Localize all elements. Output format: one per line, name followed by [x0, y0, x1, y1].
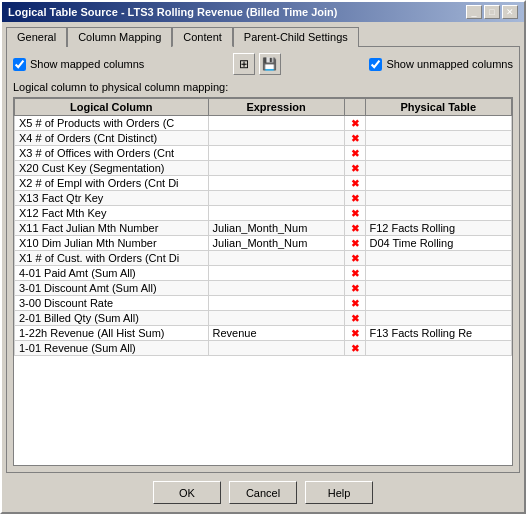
- cell-logical: X20 Cust Key (Segmentation): [15, 161, 209, 176]
- cell-delete[interactable]: ✖: [344, 176, 365, 191]
- cell-delete[interactable]: ✖: [344, 311, 365, 326]
- delete-icon[interactable]: ✖: [351, 118, 359, 129]
- cell-delete[interactable]: ✖: [344, 131, 365, 146]
- tab-parent-child[interactable]: Parent-Child Settings: [233, 27, 359, 47]
- icons-row: ⊞ 💾: [233, 53, 281, 75]
- cell-delete[interactable]: ✖: [344, 146, 365, 161]
- col-header-expression: Expression: [208, 99, 344, 116]
- cancel-button[interactable]: Cancel: [229, 481, 297, 504]
- cell-logical: X4 # of Orders (Cnt Distinct): [15, 131, 209, 146]
- tab-general[interactable]: General: [6, 27, 67, 47]
- delete-icon[interactable]: ✖: [351, 343, 359, 354]
- table-row[interactable]: X11 Fact Julian Mth NumberJulian_Month_N…: [15, 221, 512, 236]
- show-unmapped-label[interactable]: Show unmapped columns: [369, 58, 513, 71]
- show-mapped-checkbox[interactable]: [13, 58, 26, 71]
- table-row[interactable]: 2-01 Billed Qty (Sum All)✖: [15, 311, 512, 326]
- delete-icon[interactable]: ✖: [351, 328, 359, 339]
- delete-icon[interactable]: ✖: [351, 208, 359, 219]
- delete-icon[interactable]: ✖: [351, 283, 359, 294]
- cell-expression: [208, 191, 344, 206]
- show-mapped-label[interactable]: Show mapped columns: [13, 58, 144, 71]
- help-button[interactable]: Help: [305, 481, 373, 504]
- table-row[interactable]: 1-01 Revenue (Sum All)✖: [15, 341, 512, 356]
- table-row[interactable]: X13 Fact Qtr Key✖: [15, 191, 512, 206]
- maximize-button[interactable]: □: [484, 5, 500, 19]
- ok-button[interactable]: OK: [153, 481, 221, 504]
- cell-expression: [208, 206, 344, 221]
- mapping-table-container: Logical Column Expression Physical Table…: [13, 97, 513, 466]
- cell-delete[interactable]: ✖: [344, 161, 365, 176]
- cell-delete[interactable]: ✖: [344, 251, 365, 266]
- cell-expression: Julian_Month_Num: [208, 221, 344, 236]
- table-row[interactable]: X10 Dim Julian Mth NumberJulian_Month_Nu…: [15, 236, 512, 251]
- table-row[interactable]: X5 # of Products with Orders (C✖: [15, 116, 512, 131]
- cell-logical: X11 Fact Julian Mth Number: [15, 221, 209, 236]
- show-unmapped-checkbox[interactable]: [369, 58, 382, 71]
- col-header-logical: Logical Column: [15, 99, 209, 116]
- cell-physical: [365, 311, 512, 326]
- tab-content[interactable]: Content: [172, 27, 233, 47]
- cell-delete[interactable]: ✖: [344, 191, 365, 206]
- delete-icon[interactable]: ✖: [351, 148, 359, 159]
- delete-icon[interactable]: ✖: [351, 193, 359, 204]
- table-row[interactable]: X20 Cust Key (Segmentation)✖: [15, 161, 512, 176]
- table-row[interactable]: X1 # of Cust. with Orders (Cnt Di✖: [15, 251, 512, 266]
- cell-expression: [208, 116, 344, 131]
- table-row[interactable]: X2 # of Empl with Orders (Cnt Di✖: [15, 176, 512, 191]
- title-bar: Logical Table Source - LTS3 Rolling Reve…: [2, 2, 524, 22]
- delete-icon[interactable]: ✖: [351, 298, 359, 309]
- delete-icon[interactable]: ✖: [351, 268, 359, 279]
- options-row: Show mapped columns ⊞ 💾 Show unmapped co…: [13, 53, 513, 75]
- table-row[interactable]: X3 # of Offices with Orders (Cnt✖: [15, 146, 512, 161]
- delete-icon[interactable]: ✖: [351, 133, 359, 144]
- close-button[interactable]: ✕: [502, 5, 518, 19]
- minimize-button[interactable]: _: [466, 5, 482, 19]
- cell-delete[interactable]: ✖: [344, 266, 365, 281]
- window-title: Logical Table Source - LTS3 Rolling Reve…: [8, 6, 337, 18]
- cell-logical: 4-01 Paid Amt (Sum All): [15, 266, 209, 281]
- cell-delete[interactable]: ✖: [344, 326, 365, 341]
- cell-physical: [365, 266, 512, 281]
- cell-logical: 2-01 Billed Qty (Sum All): [15, 311, 209, 326]
- cell-delete[interactable]: ✖: [344, 236, 365, 251]
- cell-physical: F12 Facts Rolling: [365, 221, 512, 236]
- cell-logical: 1-01 Revenue (Sum All): [15, 341, 209, 356]
- cell-physical: [365, 281, 512, 296]
- col-header-del: [344, 99, 365, 116]
- delete-icon[interactable]: ✖: [351, 223, 359, 234]
- grid-icon-button[interactable]: ⊞: [233, 53, 255, 75]
- table-row[interactable]: 3-01 Discount Amt (Sum All)✖: [15, 281, 512, 296]
- cell-expression: [208, 296, 344, 311]
- cell-physical: [365, 131, 512, 146]
- delete-icon[interactable]: ✖: [351, 163, 359, 174]
- cell-expression: [208, 266, 344, 281]
- table-row[interactable]: X12 Fact Mth Key✖: [15, 206, 512, 221]
- cell-physical: D04 Time Rolling: [365, 236, 512, 251]
- cell-expression: [208, 161, 344, 176]
- table-row[interactable]: 4-01 Paid Amt (Sum All)✖: [15, 266, 512, 281]
- cell-physical: [365, 116, 512, 131]
- table-row[interactable]: 1-22h Revenue (All Hist Sum)Revenue✖F13 …: [15, 326, 512, 341]
- delete-icon[interactable]: ✖: [351, 253, 359, 264]
- table-row[interactable]: 3-00 Discount Rate✖: [15, 296, 512, 311]
- cell-delete[interactable]: ✖: [344, 281, 365, 296]
- cell-expression: Revenue: [208, 326, 344, 341]
- table-row[interactable]: X4 # of Orders (Cnt Distinct)✖: [15, 131, 512, 146]
- cell-delete[interactable]: ✖: [344, 341, 365, 356]
- cell-physical: [365, 251, 512, 266]
- delete-icon[interactable]: ✖: [351, 238, 359, 249]
- delete-icon[interactable]: ✖: [351, 178, 359, 189]
- cell-expression: Julian_Month_Num: [208, 236, 344, 251]
- mapping-label: Logical column to physical column mappin…: [13, 81, 513, 93]
- cell-logical: X1 # of Cust. with Orders (Cnt Di: [15, 251, 209, 266]
- cell-delete[interactable]: ✖: [344, 221, 365, 236]
- save-icon-button[interactable]: 💾: [259, 53, 281, 75]
- cell-delete[interactable]: ✖: [344, 206, 365, 221]
- title-bar-buttons: _ □ ✕: [466, 5, 518, 19]
- cell-delete[interactable]: ✖: [344, 296, 365, 311]
- cell-delete[interactable]: ✖: [344, 116, 365, 131]
- bottom-buttons: OK Cancel Help: [6, 473, 520, 508]
- cell-physical: [365, 146, 512, 161]
- tab-column-mapping[interactable]: Column Mapping: [67, 27, 172, 47]
- delete-icon[interactable]: ✖: [351, 313, 359, 324]
